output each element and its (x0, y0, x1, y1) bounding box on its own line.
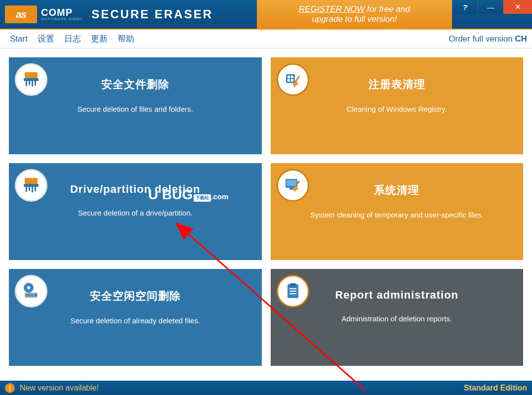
tile-free-space-deletion[interactable]: 安全空闲空间删除 Secure deletion of already dele… (9, 269, 262, 366)
tile-desc: Cleaning of Windows Registry. (285, 104, 510, 115)
register-line1: REGISTER NOW for free and (299, 4, 410, 14)
svg-rect-10 (291, 79, 293, 82)
tile-desc: Administration of deletion reports. (285, 313, 510, 325)
tile-title: 系统清理 (285, 183, 510, 198)
tile-desc: Secure deletion of files and folders. (23, 104, 248, 115)
svg-rect-6 (286, 74, 295, 83)
status-text[interactable]: New version available! (20, 384, 99, 393)
tile-desc: Secure deletion of a drive/partition. (23, 208, 248, 219)
menu-log[interactable]: 日志 (59, 31, 86, 46)
logo-badge: as (5, 5, 37, 23)
statusbar: ! New version available! Standard Editio… (0, 381, 532, 395)
titlebar: as COMP SOFTWARE GMBH SECURE ERASER REGI… (0, 0, 532, 29)
svg-rect-14 (26, 187, 27, 192)
svg-rect-17 (35, 187, 36, 191)
svg-rect-5 (35, 81, 36, 86)
svg-point-26 (35, 294, 37, 296)
tile-registry-cleaning[interactable]: 注册表清理 Cleaning of Windows Registry. (271, 57, 524, 154)
svg-rect-4 (32, 81, 33, 87)
logo-section: as COMP SOFTWARE GMBH (0, 5, 82, 23)
window-controls: ? — ✕ (452, 0, 532, 14)
svg-rect-19 (286, 180, 296, 186)
menu-help[interactable]: 帮助 (113, 31, 139, 46)
menubar: Start 设置 日志 更新 帮助 Order full version CH (0, 29, 532, 48)
shredder-icon (15, 63, 47, 96)
svg-rect-15 (29, 187, 30, 191)
svg-rect-29 (289, 288, 296, 289)
logo-comp: COMP (41, 7, 82, 17)
disc-drive-icon (15, 275, 47, 307)
svg-rect-3 (29, 81, 30, 85)
logo-subtext: SOFTWARE GMBH (41, 17, 82, 21)
tile-grid: 安全文件删除 Secure deletion of files and fold… (9, 57, 523, 366)
tile-report-administration[interactable]: Report administration Administration of … (271, 269, 524, 366)
svg-rect-13 (24, 184, 39, 187)
menu-start[interactable]: Start (5, 32, 33, 46)
svg-rect-25 (26, 294, 33, 296)
edition-label: Standard Edition (464, 384, 527, 393)
tile-secure-file-deletion[interactable]: 安全文件删除 Secure deletion of files and fold… (9, 57, 262, 154)
tile-title: 安全文件删除 (23, 77, 248, 92)
register-banner[interactable]: REGISTER NOW for free and upgrade to ful… (257, 0, 452, 29)
svg-rect-28 (290, 283, 296, 286)
help-button[interactable]: ? (452, 0, 478, 14)
svg-rect-2 (26, 81, 27, 86)
content-area: 安全文件删除 Secure deletion of files and fold… (0, 48, 532, 381)
register-line2: upgrade to full version! (312, 14, 397, 24)
tile-desc: System cleaning of temporary and user-sp… (285, 210, 510, 221)
order-full-version-link[interactable]: Order full version CH (449, 34, 527, 44)
tile-desc: Secure deletion of already deleted files… (23, 315, 248, 327)
svg-rect-8 (291, 76, 293, 78)
menu-settings[interactable]: 设置 (33, 31, 59, 46)
svg-rect-30 (289, 291, 296, 292)
tile-system-cleaning[interactable]: 系统清理 System cleaning of temporary and us… (271, 163, 524, 260)
app-title: SECURE ERASER (91, 7, 213, 21)
tile-title: 注册表清理 (285, 77, 510, 92)
svg-rect-1 (24, 78, 39, 81)
logo-text: COMP SOFTWARE GMBH (41, 7, 82, 21)
svg-rect-9 (287, 79, 290, 82)
tile-title: 安全空闲空间删除 (23, 289, 248, 304)
registry-broom-icon (277, 63, 309, 96)
alert-icon: ! (5, 383, 15, 393)
monitor-broom-icon (277, 169, 309, 202)
tile-title: Drive/partition deletion (23, 183, 248, 196)
svg-rect-0 (25, 72, 38, 78)
tile-drive-partition-deletion[interactable]: Drive/partition deletion Secure deletion… (9, 163, 262, 260)
svg-point-23 (27, 286, 30, 289)
svg-rect-12 (25, 178, 38, 184)
clipboard-icon (277, 275, 309, 307)
drive-shredder-icon (15, 169, 47, 202)
svg-rect-7 (287, 76, 290, 78)
tile-title: Report administration (285, 289, 510, 302)
close-button[interactable]: ✕ (503, 0, 532, 14)
svg-rect-16 (32, 187, 33, 192)
minimize-button[interactable]: — (478, 0, 503, 14)
svg-rect-31 (289, 293, 296, 294)
menu-update[interactable]: 更新 (86, 31, 113, 46)
